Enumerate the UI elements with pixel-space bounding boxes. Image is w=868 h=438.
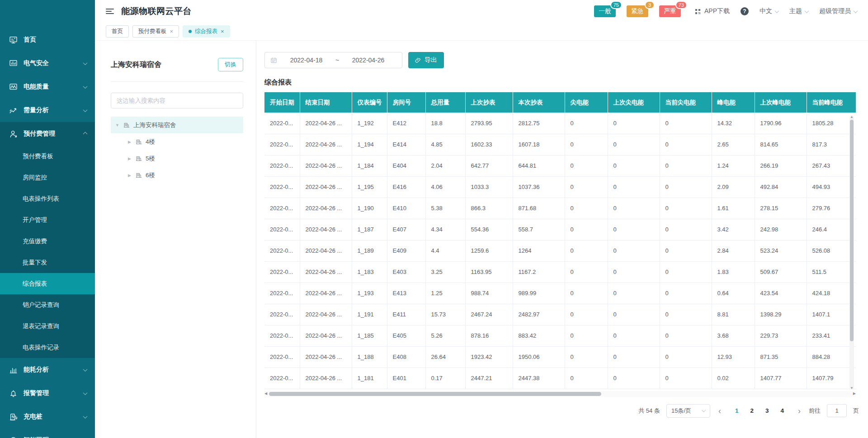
chevron-down-icon [83,391,88,395]
table-cell: 0 [660,176,712,198]
table-cell: 1607.18 [513,134,565,155]
table-cell: 1_189 [352,240,387,261]
sidebar-item-批量下发[interactable]: 批量下发 [0,252,95,273]
prev-page-arrow[interactable]: ‹ [717,407,723,415]
horizontal-scrollbar-thumb[interactable] [269,392,601,396]
tree-node-上海安科瑞宿舍[interactable]: ▼上海安科瑞宿舍 [111,117,243,133]
close-tab-icon[interactable]: × [170,28,174,34]
table-row: 2022-0...2022-04-26 ...1_185E4055.26878.… [264,325,856,346]
table-row: 2022-0...2022-04-26 ...1_190E4105.38866.… [264,198,856,219]
caret-right-icon[interactable]: ▶ [127,173,132,178]
tree-node-5楼[interactable]: ▶5楼 [111,150,243,167]
sidebar-item-报警管理[interactable]: 报警管理 [0,381,95,405]
table-cell: E403 [387,261,425,283]
sidebar-item-综合报表[interactable]: 综合报表 [0,273,95,294]
table-cell: 0.02 [712,367,755,389]
scroll-up-icon[interactable]: ▲ [849,115,854,119]
sidebar-menu: 首页电气安全电能质量需量分析预付费管理预付费看板房间监控电表操作列表开户管理充值… [0,0,95,438]
next-page-arrow[interactable]: › [796,407,802,415]
tab-预付费看板[interactable]: 预付费看板× [132,25,179,38]
table-cell: 642.77 [465,155,513,176]
theme-dropdown[interactable]: 主题 [789,7,808,15]
critical-alarm-badge[interactable]: 严重73 [659,5,681,17]
tree-search-input[interactable] [111,93,243,108]
help-icon[interactable]: ? [741,7,749,15]
app-download-link[interactable]: APP下载 [694,7,730,15]
sidebar-item-销户记录查询[interactable]: 销户记录查询 [0,294,95,316]
page-4[interactable]: 4 [780,407,784,414]
report-title: 综合报表 [264,78,868,87]
vertical-scrollbar[interactable]: ▲ ▼ [849,115,854,390]
table-cell: 0 [660,367,712,389]
tab-首页[interactable]: 首页 [106,25,129,38]
table-cell: 1033.3 [465,176,513,198]
sidebar-item-label: 智能照明 [24,436,49,438]
close-tab-icon[interactable]: × [221,28,224,34]
sidebar-item-label: 首页 [24,36,36,44]
page-1[interactable]: 1 [735,407,739,414]
table-cell: E409 [387,240,425,261]
table-row: 2022-0...2022-04-26 ...1_194E4144.851602… [264,134,856,155]
table-cell: 0 [608,155,660,176]
sidebar-item-充值缴费[interactable]: 充值缴费 [0,231,95,252]
table-cell: 233.41 [807,325,856,346]
scroll-left-icon[interactable]: ◀ [264,391,267,396]
table-cell: 0 [660,304,712,325]
tab-综合报表[interactable]: 综合报表× [183,25,230,38]
sidebar-item-开户管理[interactable]: 开户管理 [0,209,95,231]
table-cell: 644.81 [513,155,565,176]
scroll-down-icon[interactable]: ▼ [849,386,854,390]
table-cell: 2022-04-26 ... [300,155,352,176]
page-numbers: 1234 [729,407,790,414]
sidebar-item-电表操作列表[interactable]: 电表操作列表 [0,188,95,209]
date-range-picker[interactable]: 2022-04-18 ~ 2022-04-26 [264,52,402,68]
urgent-alarm-badge[interactable]: 紧急3 [627,5,648,17]
vertical-scrollbar-thumb[interactable] [850,120,854,341]
scroll-right-icon[interactable]: ▶ [853,391,856,396]
table-cell: 871.35 [755,346,807,367]
table-cell: 1407.77 [755,367,807,389]
language-dropdown[interactable]: 中文 [760,7,778,15]
table-cell: 2022-04-26 ... [300,219,352,240]
sidebar-item-预付费看板[interactable]: 预付费看板 [0,146,95,167]
table-cell: 2022-0... [264,367,300,389]
sidebar-item-电能质量[interactable]: 电能质量 [0,75,95,99]
table-cell: 1950.06 [513,346,565,367]
demand-analysis-icon [9,106,18,115]
table-cell: 0 [565,134,608,155]
caret-down-icon[interactable]: ▼ [115,123,120,127]
page-size-select[interactable]: 15条/页 [666,404,710,418]
table-cell: 2482.97 [513,304,565,325]
sidebar-item-房间监控[interactable]: 房间监控 [0,167,95,188]
sidebar-item-首页[interactable]: 首页 [0,28,95,52]
sidebar-item-智能照明[interactable]: 智能照明 [0,429,95,438]
collapse-menu-icon[interactable] [106,7,114,15]
horizontal-scrollbar[interactable]: ◀ ▶ [264,391,856,397]
sidebar-item-退表记录查询[interactable]: 退表记录查询 [0,316,95,337]
page-3[interactable]: 3 [765,407,769,414]
user-dropdown[interactable]: 超级管理员 [819,7,857,15]
switch-building-button[interactable]: 切换 [218,58,243,71]
sidebar-item-电表操作记录[interactable]: 电表操作记录 [0,337,95,358]
table-cell: 2812.75 [513,113,565,134]
table-cell: 0 [608,325,660,346]
tree-node-6楼[interactable]: ▶6楼 [111,167,243,184]
sidebar-item-充电桩[interactable]: 充电桩 [0,405,95,429]
page-size-value: 15条/页 [671,407,691,415]
sidebar-item-需量分析[interactable]: 需量分析 [0,99,95,122]
table-cell: 0 [608,346,660,367]
goto-page-input[interactable] [827,404,847,417]
table-cell: 15.73 [425,304,465,325]
table-cell: 2022-0... [264,346,300,367]
page-2[interactable]: 2 [750,407,754,414]
table-cell: 2022-0... [264,155,300,176]
caret-right-icon[interactable]: ▶ [127,156,132,161]
table-cell: 1_193 [352,283,387,304]
export-button[interactable]: 导出 [408,52,444,68]
sidebar-item-预付费管理[interactable]: 预付费管理 [0,122,95,146]
sidebar-item-能耗分析[interactable]: 能耗分析 [0,358,95,381]
sidebar-item-电气安全[interactable]: 电气安全 [0,52,95,75]
caret-right-icon[interactable]: ▶ [127,140,132,144]
tree-node-4楼[interactable]: ▶4楼 [111,133,243,150]
general-alarm-badge[interactable]: 一般75 [594,5,616,17]
